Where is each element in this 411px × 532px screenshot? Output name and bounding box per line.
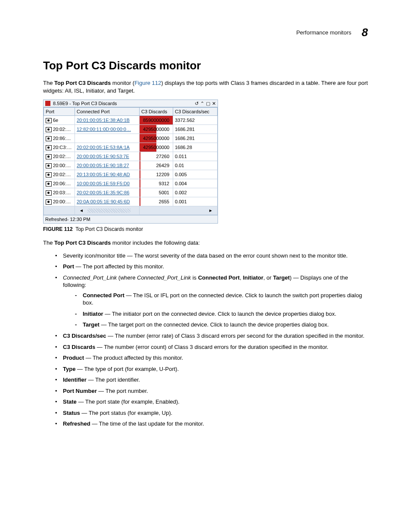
- connected-port-link[interactable]: 20:00:00:05:1E:90:53:7E: [77, 154, 129, 159]
- rate-cell: 0.005: [173, 170, 218, 179]
- port-cell[interactable]: 20:86:…: [44, 134, 75, 143]
- list-italic: Connected_Port_Link: [137, 274, 191, 281]
- col-header-rate[interactable]: C3 Discards/sec: [173, 108, 218, 116]
- col-header-discards[interactable]: C3 Discards: [140, 108, 173, 116]
- widget-title: 8.59E9 - Top Port C3 Discards: [53, 101, 117, 106]
- discards-value: 4295000000: [141, 144, 171, 151]
- list-item: Connected Port — The ISL or IFL port on …: [75, 292, 368, 307]
- list-text: — The port affected by this monitor.: [74, 263, 164, 270]
- rate-cell: 0.01: [173, 161, 218, 170]
- intro-paragraph: The Top Port C3 Discards monitor (Figure…: [43, 79, 368, 94]
- lead-text: monitor includes the following data:: [111, 240, 200, 246]
- rate-cell: 1686.281: [173, 134, 218, 143]
- port-icon: [46, 154, 52, 159]
- connected-port-link[interactable]: 20:02:00:05:1E:53:8A:1A: [77, 145, 130, 150]
- discards-bar: [140, 197, 140, 206]
- port-value: 20:00:…: [53, 199, 71, 204]
- port-icon: [46, 181, 52, 187]
- col-header-connected[interactable]: Connected Port: [75, 108, 140, 116]
- close-icon[interactable]: ✕: [212, 101, 216, 106]
- scroll-left-icon[interactable]: ◄: [77, 207, 86, 214]
- port-cell[interactable]: 20:02:…: [44, 152, 75, 161]
- port-value: 6e: [53, 118, 58, 123]
- list-text: — The number (error count) of Class 3 di…: [95, 344, 328, 350]
- list-text: is: [191, 274, 198, 281]
- connected-port-link[interactable]: 12:82:00:11:0D:00:00:0…: [77, 127, 131, 132]
- list-item: C3 Discards — The number (error count) o…: [55, 343, 368, 351]
- discards-cell: 2655: [140, 197, 173, 206]
- table-row: 20:06:…10:00:00:05:1E:59:F5:D093120.004: [44, 179, 218, 188]
- port-cell[interactable]: 20:02:…: [44, 170, 75, 179]
- list-text: , or: [263, 274, 273, 281]
- col-header-port[interactable]: Port: [44, 108, 75, 116]
- port-cell[interactable]: 20:00:…: [44, 197, 75, 206]
- list-label: Identifier: [63, 376, 87, 383]
- port-icon: [46, 136, 52, 141]
- connected-port-link[interactable]: 20:13:00:05:1E:90:48:AD: [77, 172, 130, 177]
- section-title: Top Port C3 Discards monitor: [43, 59, 368, 72]
- discards-value: 8590000000: [141, 117, 171, 124]
- port-cell[interactable]: 20:00:…: [44, 161, 75, 170]
- list-label: Type: [63, 366, 75, 372]
- port-value: 20:02:…: [53, 154, 71, 159]
- discards-value: 27260: [141, 153, 171, 160]
- connected-port-link[interactable]: 20:00:00:05:1E:90:1B:27: [77, 163, 129, 168]
- collapse-icon[interactable]: ⌃: [200, 101, 204, 106]
- list-label: Refreshed: [63, 420, 90, 427]
- chapter-number: 8: [362, 26, 368, 39]
- figure-label: FIGURE 112: [43, 226, 73, 232]
- port-cell[interactable]: 20:C3:…: [44, 143, 75, 152]
- list-text: — The ISL or IFL port on the connected d…: [83, 292, 362, 306]
- discards-value: 4295000000: [141, 126, 171, 133]
- list-text: — The port identifier.: [87, 376, 140, 383]
- scroll-track[interactable]: [87, 208, 131, 213]
- port-cell[interactable]: 6e: [44, 116, 75, 125]
- port-cell[interactable]: 20:03:…: [44, 188, 75, 197]
- port-value: 20:C3:…: [53, 145, 72, 150]
- list-text: — The number (error rate) of Class 3 dis…: [106, 333, 364, 339]
- connected-port-link[interactable]: 10:00:00:05:1E:59:F5:D0: [77, 181, 130, 186]
- dash-list: Connected Port — The ISL or IFL port on …: [63, 292, 368, 329]
- discards-value: 4295000000: [141, 135, 171, 142]
- discards-cell: 12209: [140, 170, 173, 179]
- port-value: 20:02:…: [53, 127, 71, 132]
- port-icon: [46, 199, 52, 205]
- maximize-icon[interactable]: ▢: [206, 101, 210, 106]
- list-item: Target — The target port on the connecte…: [75, 321, 368, 329]
- scroll-right-icon[interactable]: ►: [206, 207, 215, 214]
- list-label: Port: [63, 263, 74, 270]
- discards-bar: [140, 161, 140, 170]
- connected-port-link[interactable]: 20:01:00:05:1E:38:A0:1B: [77, 118, 130, 123]
- discards-cell: 27260: [140, 152, 173, 161]
- intro-bold: Top Port C3 Discards: [54, 80, 111, 86]
- scroll-row: ◄ ►: [44, 206, 218, 215]
- figure-link[interactable]: Figure 112: [134, 80, 161, 86]
- port-value: 20:02:…: [53, 172, 71, 177]
- table-row: 20:00:…20:00:00:05:1E:90:1B:27264290.01: [44, 161, 218, 170]
- connected-port-cell: 20:01:00:05:1E:38:A0:1B: [75, 116, 140, 125]
- table-row: 6e20:01:00:05:1E:38:A0:1B85900000003372.…: [44, 116, 218, 125]
- list-label: Status: [63, 410, 80, 416]
- port-cell[interactable]: 20:06:…: [44, 179, 75, 188]
- connected-port-cell: 12:82:00:11:0D:00:00:0…: [75, 125, 140, 134]
- figure-caption-text: Top Port C3 Discards monitor: [75, 226, 143, 232]
- refresh-icon[interactable]: ↺: [195, 101, 199, 106]
- bullet-list: Severity icon/monitor title — The worst …: [43, 252, 368, 428]
- list-text: — The initiator port on the connected de…: [103, 311, 336, 317]
- connected-port-link[interactable]: 20:0A:00:05:1E:90:45:6D: [77, 199, 130, 204]
- intro-text: monitor (: [111, 80, 134, 86]
- list-text: — The port status (for example, Up).: [80, 410, 172, 416]
- rate-cell: 0.001: [173, 197, 218, 206]
- list-item: Refreshed — The time of the last update …: [55, 420, 368, 428]
- discards-cell: 8590000000: [140, 116, 173, 125]
- list-label: Product: [63, 355, 84, 361]
- connected-port-cell: [75, 134, 140, 143]
- running-header-title: Performance monitors: [296, 29, 352, 36]
- list-item: Initiator — The initiator port on the co…: [75, 310, 368, 318]
- list-label: Initiator: [83, 311, 103, 317]
- discards-bar: [140, 179, 140, 188]
- connected-port-link[interactable]: 20:02:00:05:1E:35:9C:86: [77, 190, 129, 195]
- port-cell[interactable]: 20:02:…: [44, 125, 75, 134]
- port-value: 20:06:…: [53, 181, 71, 186]
- list-bold: Target: [273, 274, 290, 281]
